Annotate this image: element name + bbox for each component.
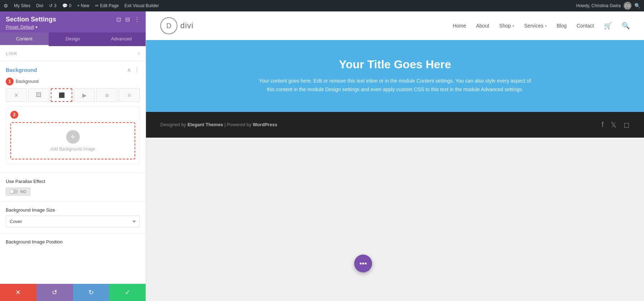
redo-button[interactable]: ↻: [73, 284, 109, 301]
bg-size-select[interactable]: Cover Contain Stretch Auto: [6, 216, 140, 227]
background-section-title: Background: [6, 67, 37, 73]
preset-label: Preset: Default: [6, 25, 34, 30]
shop-chevron-icon: ▾: [512, 24, 514, 28]
bg-image-icon: 🖼: [36, 92, 42, 98]
nav-services[interactable]: Services ▾: [524, 23, 547, 29]
user-avatar[interactable]: CG: [624, 2, 631, 10]
toggle-thumb: [10, 189, 18, 194]
background-size-section: Background Image Size Cover Contain Stre…: [0, 202, 146, 233]
add-bg-label: Add Background Image: [50, 147, 95, 152]
divi-menu[interactable]: Divi: [36, 3, 43, 8]
elegant-themes-label: Elegant Themes: [187, 122, 223, 127]
more-options-icon[interactable]: ⋮: [134, 16, 140, 23]
nav-contact-label: Contact: [577, 23, 594, 29]
hero-section: Your Title Goes Here Your content goes h…: [146, 40, 644, 112]
services-chevron-icon: ▾: [545, 24, 547, 28]
page-preview: D divi Home About Shop ▾ Services ▾: [146, 11, 644, 301]
edit-page-button[interactable]: ✏ Edit Page: [95, 3, 119, 8]
background-collapse-icon[interactable]: ∧: [127, 66, 131, 73]
parallax-toggle[interactable]: NO: [6, 188, 30, 196]
cancel-button[interactable]: ✕: [0, 284, 36, 301]
hero-title: Your Title Goes Here: [160, 58, 630, 71]
counter-value: 3: [54, 3, 57, 8]
nav-services-label: Services: [524, 23, 543, 29]
hero-body: Your content goes here. Edit or remove t…: [259, 77, 531, 94]
wp-logo[interactable]: ⚙: [4, 3, 8, 9]
footer-prefix: Designed by: [160, 122, 187, 127]
twitter-icon[interactable]: 𝕏: [611, 120, 616, 129]
background-section: Background ∧ ⋮ 1 Background ✕: [0, 61, 146, 173]
bg-type-gradient[interactable]: ▨: [96, 88, 117, 102]
resize-icon[interactable]: ⊡: [116, 16, 121, 23]
site-footer: Designed by Elegant Themes | Powered by …: [146, 112, 644, 138]
preset-selector[interactable]: Preset: Default ▾: [6, 25, 140, 30]
link-section-chevron[interactable]: ›: [138, 50, 140, 56]
add-background-image-button[interactable]: + Add Background Image: [10, 122, 135, 159]
wordpress-icon: ⚙: [4, 3, 8, 9]
my-sites-label: My Sites: [14, 3, 30, 8]
nav-home-label: Home: [453, 23, 466, 29]
panel-content: LINK › Background ∧ ⋮ 1 Background: [0, 46, 146, 284]
site-logo: D divi: [160, 17, 194, 34]
background-type-row: ✕ 🖼 ⬛ ▶ ▨ ⊟: [6, 88, 140, 102]
nav-shop[interactable]: Shop ▾: [499, 23, 514, 29]
background-more-icon[interactable]: ⋮: [134, 66, 140, 73]
bg-type-color[interactable]: ⬛: [51, 88, 73, 102]
howdy-text: Howdy, Christina Gwira: [576, 3, 621, 8]
site-search-icon[interactable]: 🔍: [622, 22, 630, 30]
admin-search-icon[interactable]: 🔍: [634, 3, 640, 9]
nav-blog-label: Blog: [557, 23, 567, 29]
section-settings-panel: Section Settings ⊡ ⊟ ⋮ Preset: Default ▾…: [0, 11, 146, 301]
bg-type-none[interactable]: ✕: [6, 88, 27, 102]
tab-design[interactable]: Design: [49, 33, 97, 46]
panel-header-top: Section Settings ⊡ ⊟ ⋮: [6, 16, 140, 23]
step2-area: 2 + Add Background Image: [6, 106, 140, 164]
facebook-icon[interactable]: f: [601, 120, 604, 129]
nav-about-label: About: [476, 23, 489, 29]
link-section-collapsed[interactable]: LINK ›: [0, 46, 146, 61]
step1-badge: 1: [6, 78, 14, 85]
toggle-state: NO: [20, 189, 26, 194]
main-layout: Section Settings ⊡ ⊟ ⋮ Preset: Default ▾…: [0, 11, 644, 301]
parallax-toggle-row: NO: [6, 188, 140, 196]
comments-item[interactable]: 💬 0: [62, 3, 72, 8]
bg-video-icon: ▶: [82, 92, 87, 99]
bg-size-label: Background Image Size: [6, 207, 140, 213]
exit-builder-button[interactable]: Exit Visual Builder: [125, 3, 159, 8]
nav-blog[interactable]: Blog: [557, 23, 567, 29]
nav-contact[interactable]: Contact: [577, 23, 594, 29]
panel-header: Section Settings ⊡ ⊟ ⋮ Preset: Default ▾: [0, 11, 146, 33]
comments-icon: 💬: [62, 3, 68, 8]
panel-title: Section Settings: [6, 16, 56, 23]
bg-type-pattern[interactable]: ⊟: [119, 88, 140, 102]
background-position-section: Background Image Position: [0, 233, 146, 249]
instagram-icon[interactable]: ◻: [624, 120, 630, 129]
nav-home[interactable]: Home: [453, 23, 466, 29]
pencil-icon: ✏: [95, 3, 99, 8]
cart-icon[interactable]: 🛒: [604, 22, 612, 30]
my-sites-menu[interactable]: My Sites: [14, 3, 30, 8]
save-button[interactable]: ✓: [109, 284, 146, 301]
wp-admin-bar: ⚙ My Sites Divi ↺ 3 💬 0 + New ✏ Edit Pag…: [0, 0, 644, 11]
counter-item[interactable]: ↺ 3: [49, 3, 57, 8]
bg-type-video[interactable]: ▶: [74, 88, 95, 102]
nav-about[interactable]: About: [476, 23, 489, 29]
parallax-label: Use Parallax Effect: [6, 179, 140, 184]
footer-text: Designed by Elegant Themes | Powered by …: [160, 122, 277, 127]
tab-content[interactable]: Content: [0, 33, 49, 46]
background-section-header: Background ∧ ⋮: [6, 66, 140, 73]
logo-circle: D: [160, 17, 177, 34]
bg-gradient-icon: ▨: [105, 93, 109, 98]
bg-type-image[interactable]: 🖼: [28, 88, 49, 102]
cancel-icon: ✕: [15, 288, 21, 296]
wordpress-label: WordPress: [253, 122, 277, 127]
parallax-section: Use Parallax Effect NO: [0, 173, 146, 202]
tab-advanced[interactable]: Advanced: [97, 33, 146, 46]
floating-action-button[interactable]: •••: [354, 255, 372, 272]
exit-builder-label: Exit Visual Builder: [125, 3, 159, 8]
new-button[interactable]: + New: [77, 3, 89, 8]
footer-social-icons: f 𝕏 ◻: [601, 120, 630, 129]
undo-button[interactable]: ↺: [36, 284, 73, 301]
redo-icon: ↻: [88, 288, 94, 296]
columns-icon[interactable]: ⊟: [125, 16, 130, 23]
